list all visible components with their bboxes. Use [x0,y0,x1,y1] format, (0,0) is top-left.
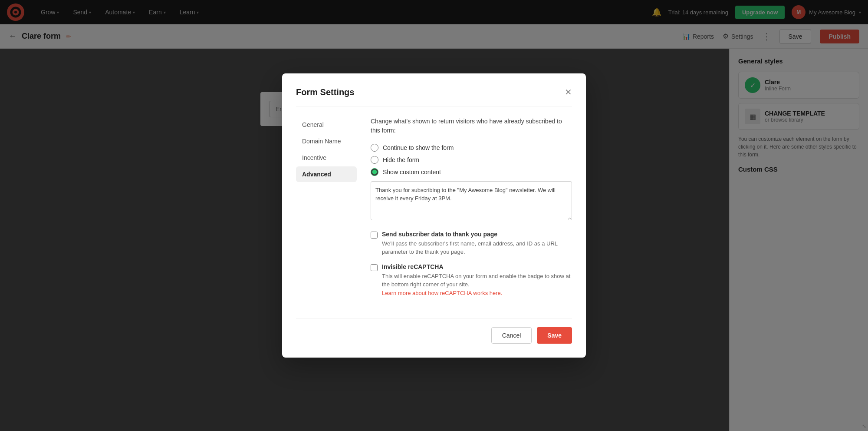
modal-title: Form Settings [296,87,354,97]
hide-form-label: Hide the form [383,156,419,163]
form-settings-modal: Form Settings ✕ General Domain Name Ince… [282,73,586,358]
recaptcha-label: Invisible reCAPTCHA [382,263,572,270]
radio-row-2: Hide the form [371,156,572,164]
modal-sidebar: General Domain Name Incentive Advanced [296,117,357,305]
subscriber-data-desc: We'll pass the subscriber's first name, … [382,240,558,255]
recaptcha-desc-1: This will enable reCAPTCHA on your form … [382,273,570,296]
custom-content-textarea[interactable]: Thank you for subscribing to the "My Awe… [371,181,572,220]
sidebar-item-domain[interactable]: Domain Name [296,133,357,149]
modal-close-button[interactable]: ✕ [565,88,572,96]
recaptcha-row: Invisible reCAPTCHA This will enable reC… [371,263,572,298]
continue-show-label: Continue to show the form [383,144,454,151]
subscriber-data-checkbox[interactable] [371,232,378,239]
show-custom-radio[interactable] [371,168,378,176]
cancel-button[interactable]: Cancel [491,327,532,344]
sidebar-item-advanced[interactable]: Advanced [296,166,357,182]
section-description: Change what's shown to return visitors w… [371,117,572,135]
modal-footer: Cancel Save [296,318,572,344]
modal-body: General Domain Name Incentive Advanced C… [296,117,572,305]
radio-row-1: Continue to show the form [371,144,572,152]
modal-overlay[interactable]: Form Settings ✕ General Domain Name Ince… [0,0,868,431]
modal-header: Form Settings ✕ [296,87,572,106]
sidebar-item-incentive[interactable]: Incentive [296,150,357,166]
subscriber-data-label: Send subscriber data to thank you page [382,231,572,238]
show-custom-label: Show custom content [383,169,441,176]
modal-save-button[interactable]: Save [537,327,572,344]
subscriber-data-row: Send subscriber data to thank you page W… [371,231,572,256]
sidebar-item-general[interactable]: General [296,117,357,133]
recaptcha-link[interactable]: Learn more about how reCAPTCHA works her… [382,290,502,296]
hide-form-radio[interactable] [371,156,378,164]
recaptcha-checkbox[interactable] [371,264,378,271]
modal-content: Change what's shown to return visitors w… [371,117,572,305]
continue-show-radio[interactable] [371,144,378,152]
return-visitor-options: Continue to show the form Hide the form … [371,144,572,176]
radio-row-3: Show custom content [371,168,572,176]
